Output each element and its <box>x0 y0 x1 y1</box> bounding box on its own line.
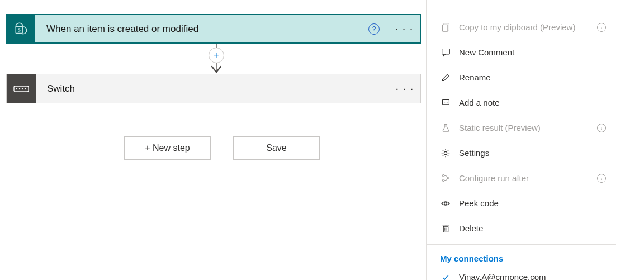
svg-point-5 <box>16 88 17 89</box>
svg-point-17 <box>444 151 447 154</box>
svg-point-19 <box>442 179 444 181</box>
branch-icon <box>440 173 451 184</box>
connection-email: Vinay.A@crmonce.com <box>459 272 546 280</box>
svg-point-13 <box>444 102 445 103</box>
insert-step-button[interactable]: + <box>209 48 224 63</box>
trigger-title: When an item is created or modified <box>35 23 368 35</box>
switch-card[interactable]: Switch · · · <box>6 74 421 103</box>
info-icon[interactable]: i <box>597 124 606 132</box>
menu-label: Add a note <box>459 98 606 107</box>
info-icon[interactable]: i <box>597 23 606 32</box>
connections-header: My connections <box>427 248 616 267</box>
svg-rect-11 <box>442 49 449 54</box>
menu-rename[interactable]: Rename <box>427 65 616 90</box>
svg-rect-10 <box>442 25 447 31</box>
save-button[interactable]: Save <box>233 136 320 160</box>
switch-title: Switch <box>36 83 394 94</box>
trash-icon <box>440 223 451 234</box>
svg-rect-22 <box>443 226 448 232</box>
svg-text:S: S <box>17 26 21 32</box>
menu-label: Rename <box>459 73 606 82</box>
menu-peek-code[interactable]: Peek code <box>427 191 616 216</box>
menu-label: New Comment <box>459 48 606 57</box>
info-icon[interactable]: i <box>597 174 606 183</box>
svg-point-21 <box>444 202 447 205</box>
connection-item[interactable]: Vinay.A@crmonce.com <box>427 267 616 280</box>
gear-icon <box>440 148 451 159</box>
menu-configure-run-after: Configure run after i <box>427 165 616 191</box>
menu-new-comment[interactable]: New Comment <box>427 40 616 65</box>
trigger-more-button[interactable]: · · · <box>393 22 415 35</box>
help-icon[interactable]: ? <box>368 23 380 35</box>
switch-icon <box>7 74 36 103</box>
menu-label: Settings <box>459 148 606 158</box>
context-menu-panel: Copy to my clipboard (Preview) i New Com… <box>426 0 616 280</box>
menu-label: Configure run after <box>459 173 597 183</box>
svg-point-6 <box>19 88 20 89</box>
menu-static-result: Static result (Preview) i <box>427 115 616 140</box>
check-icon <box>440 273 451 281</box>
menu-settings[interactable]: Settings <box>427 140 616 165</box>
menu-label: Delete <box>459 224 606 233</box>
new-step-button[interactable]: + New step <box>124 136 211 160</box>
menu-divider <box>427 244 616 245</box>
eye-icon <box>440 198 451 209</box>
note-icon <box>440 97 451 108</box>
svg-point-14 <box>445 102 446 103</box>
menu-copy-clipboard: Copy to my clipboard (Preview) i <box>427 15 616 40</box>
svg-point-15 <box>447 102 448 103</box>
flow-canvas: S When an item is created or modified ? … <box>0 0 426 280</box>
flask-icon <box>440 122 451 134</box>
menu-add-note[interactable]: Add a note <box>427 90 616 115</box>
svg-point-18 <box>442 175 444 177</box>
trigger-card[interactable]: S When an item is created or modified ? … <box>6 14 421 44</box>
pencil-icon <box>440 72 451 83</box>
menu-label: Static result (Preview) <box>459 123 597 132</box>
menu-delete[interactable]: Delete <box>427 216 616 241</box>
action-buttons: + New step Save <box>124 136 320 160</box>
svg-point-8 <box>25 88 26 89</box>
comment-icon <box>440 47 451 58</box>
switch-more-button[interactable]: · · · <box>394 82 416 95</box>
svg-point-20 <box>447 177 449 179</box>
menu-label: Peek code <box>459 198 606 208</box>
sharepoint-icon: S <box>7 15 35 42</box>
menu-label: Copy to my clipboard (Preview) <box>459 22 597 32</box>
copy-icon <box>440 22 451 33</box>
svg-point-7 <box>22 88 23 89</box>
arrow-down-icon <box>211 65 221 73</box>
